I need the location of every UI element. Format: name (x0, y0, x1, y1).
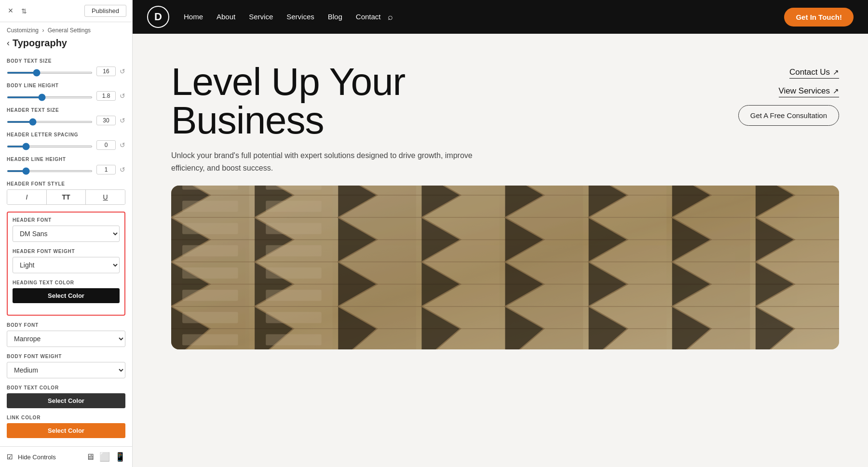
header-font-row: HEADER FONT DM Sans Inter Roboto Open Sa… (13, 217, 120, 242)
breadcrumb-parent[interactable]: Customizing (7, 27, 39, 34)
nav-link-about[interactable]: About (217, 13, 235, 21)
footer-checkbox-icon[interactable]: ☑ (7, 453, 13, 461)
body-font-select[interactable]: Manrope Inter Roboto (7, 331, 125, 347)
site-logo: D (147, 6, 169, 28)
header-text-size-row: HEADER TEXT SIZE ↺ (7, 107, 125, 125)
header-letter-spacing-slider[interactable] (7, 146, 93, 147)
preview-area: D Home About Service Services Blog Conta… (133, 0, 868, 467)
contact-us-link[interactable]: Contact Us ↗ (789, 67, 839, 79)
breadcrumb-section: General Settings (48, 27, 91, 34)
building-svg (171, 186, 839, 349)
header-text-size-slider[interactable] (7, 121, 93, 123)
header-font-style-label: HEADER FONT STYLE (7, 181, 125, 187)
panel-footer: ☑ Hide Controls 🖥 ⬜ 📱 (0, 446, 132, 467)
nav-link-blog[interactable]: Blog (328, 13, 342, 21)
header-letter-spacing-row: HEADER LETTER SPACING ↺ (7, 132, 125, 150)
header-line-height-reset-icon[interactable]: ↺ (120, 166, 125, 173)
header-font-weight-select[interactable]: Light Regular Medium SemiBold Bold (13, 257, 120, 273)
bold-style-button[interactable]: TT (47, 190, 86, 204)
header-line-height-label: HEADER LINE HEIGHT (7, 157, 125, 162)
site-nav: D Home About Service Services Blog Conta… (133, 0, 868, 34)
nav-link-service[interactable]: Service (249, 13, 273, 21)
body-text-color-row: BODY TEXT COLOR Select Color (7, 385, 125, 408)
underline-style-button[interactable]: U (86, 190, 125, 204)
published-button[interactable]: Published (84, 5, 126, 17)
heading-text-color-row: HEADING TEXT COLOR Select Color (13, 280, 120, 303)
italic-style-button[interactable]: I (7, 190, 47, 204)
panel-back-row: ‹ Typography (0, 36, 132, 53)
panel-scroll-area: BODY TEXT SIZE ↺ BODY LINE HEIGHT ↺ (0, 53, 132, 446)
link-color-button[interactable]: Select Color (7, 423, 125, 438)
left-panel: × ⇅ Published Customizing › General Sett… (0, 0, 133, 467)
building-image (171, 186, 839, 349)
hide-controls-label: Hide Controls (18, 454, 56, 461)
desktop-view-icon[interactable]: 🖥 (86, 452, 95, 462)
header-text-size-reset-icon[interactable]: ↺ (120, 117, 125, 124)
header-letter-spacing-reset-icon[interactable]: ↺ (120, 141, 125, 149)
highlighted-section: HEADER FONT DM Sans Inter Roboto Open Sa… (7, 212, 125, 316)
header-text-size-label: HEADER TEXT SIZE (7, 107, 125, 113)
swap-icon[interactable]: ⇅ (19, 6, 29, 16)
header-font-select[interactable]: DM Sans Inter Roboto Open Sans Lato (13, 226, 120, 242)
header-font-weight-row: HEADER FONT WEIGHT Light Regular Medium … (13, 249, 120, 273)
hero-subtext: Unlock your brand's full potential with … (171, 149, 485, 174)
svg-rect-32 (171, 186, 839, 349)
nav-link-contact[interactable]: Contact (356, 13, 381, 21)
hero-heading-line2: Business (171, 99, 324, 142)
link-color-row: LINK COLOR Select Color (7, 415, 125, 438)
nav-search-icon[interactable]: ⌕ (388, 12, 393, 22)
body-font-weight-select[interactable]: Medium Light Regular Bold (7, 362, 125, 378)
body-text-size-row: BODY TEXT SIZE ↺ (7, 58, 125, 76)
tablet-view-icon[interactable]: ⬜ (99, 452, 110, 462)
panel-topbar: × ⇅ Published (0, 0, 132, 22)
header-line-height-row: HEADER LINE HEIGHT ↺ (7, 157, 125, 174)
header-font-weight-label: HEADER FONT WEIGHT (13, 249, 120, 254)
body-color-button[interactable]: Select Color (7, 393, 125, 408)
free-consultation-button[interactable]: Get A Free Consultation (738, 105, 839, 126)
header-line-height-input[interactable] (96, 165, 116, 174)
hero-section: Level Up Your Business Unlock your brand… (133, 34, 868, 174)
body-line-height-slider[interactable] (7, 96, 93, 98)
header-line-height-slider[interactable] (7, 170, 93, 172)
body-line-height-reset-icon[interactable]: ↺ (120, 92, 125, 100)
header-text-size-input[interactable] (96, 116, 116, 125)
body-text-size-slider[interactable] (7, 72, 93, 74)
header-font-label: HEADER FONT (13, 217, 120, 223)
hero-heading-line1: Level Up Your (171, 60, 405, 103)
mobile-view-icon[interactable]: 📱 (115, 452, 125, 462)
heading-color-button[interactable]: Select Color (13, 288, 120, 303)
contact-us-arrow-icon: ↗ (833, 68, 839, 77)
body-font-weight-row: BODY FONT WEIGHT Medium Light Regular Bo… (7, 354, 125, 378)
nav-links: Home About Service Services Blog Contact (184, 13, 381, 21)
body-line-height-row: BODY LINE HEIGHT ↺ (7, 83, 125, 101)
contact-us-label: Contact Us (789, 67, 830, 77)
view-services-label: View Services (779, 86, 830, 96)
body-line-height-input[interactable] (96, 91, 116, 101)
hero-text: Level Up Your Business Unlock your brand… (171, 63, 714, 174)
nav-link-services[interactable]: Services (286, 13, 314, 21)
view-services-link[interactable]: View Services ↗ (779, 86, 839, 97)
body-text-size-label: BODY TEXT SIZE (7, 58, 125, 64)
close-icon[interactable]: × (6, 6, 15, 16)
nav-cta-button[interactable]: Get In Touch! (784, 8, 854, 27)
body-font-row: BODY FONT Manrope Inter Roboto (7, 322, 125, 347)
hero-ctas: Contact Us ↗ View Services ↗ Get A Free … (733, 63, 839, 126)
body-line-height-label: BODY LINE HEIGHT (7, 83, 125, 88)
breadcrumb: Customizing › General Settings (0, 22, 132, 36)
breadcrumb-separator: › (42, 27, 44, 34)
header-font-style-row: HEADER FONT STYLE I TT U (7, 181, 125, 205)
site-content: Level Up Your Business Unlock your brand… (133, 34, 868, 467)
body-text-size-input[interactable] (96, 67, 116, 76)
nav-link-home[interactable]: Home (184, 13, 203, 21)
heading-text-color-label: HEADING TEXT COLOR (13, 280, 120, 285)
link-color-label: LINK COLOR (7, 415, 125, 420)
body-text-size-reset-icon[interactable]: ↺ (120, 67, 125, 75)
header-letter-spacing-input[interactable] (96, 140, 116, 150)
header-letter-spacing-label: HEADER LETTER SPACING (7, 132, 125, 137)
back-arrow-icon[interactable]: ‹ (7, 38, 10, 48)
view-services-arrow-icon: ↗ (833, 87, 839, 95)
hero-heading: Level Up Your Business (171, 63, 714, 140)
body-font-label: BODY FONT (7, 322, 125, 328)
body-font-weight-label: BODY FONT WEIGHT (7, 354, 125, 359)
body-text-color-label: BODY TEXT COLOR (7, 385, 125, 390)
